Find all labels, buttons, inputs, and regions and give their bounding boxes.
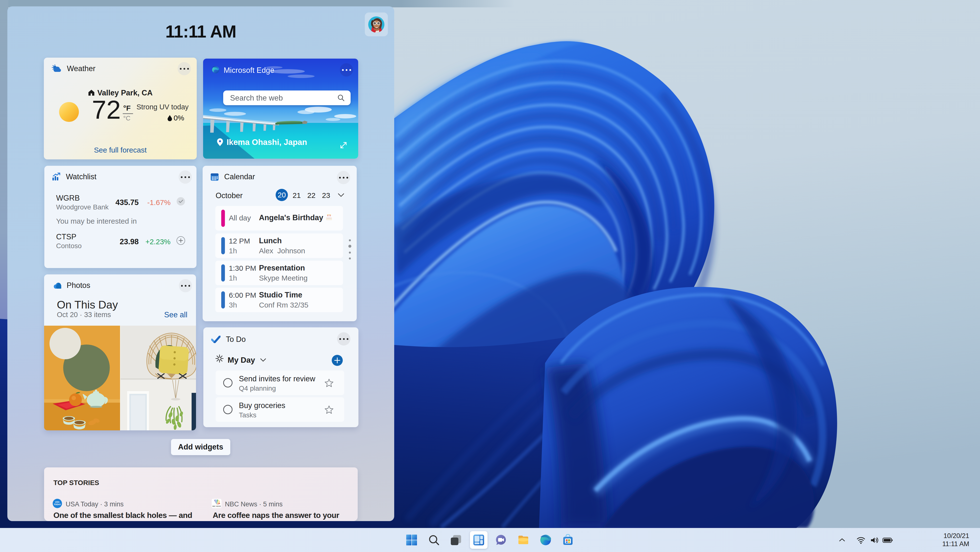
svg-text:TODAY: TODAY xyxy=(54,503,61,506)
svg-text:NBC NEWS: NBC NEWS xyxy=(212,506,221,507)
svg-text:USA: USA xyxy=(55,501,59,503)
